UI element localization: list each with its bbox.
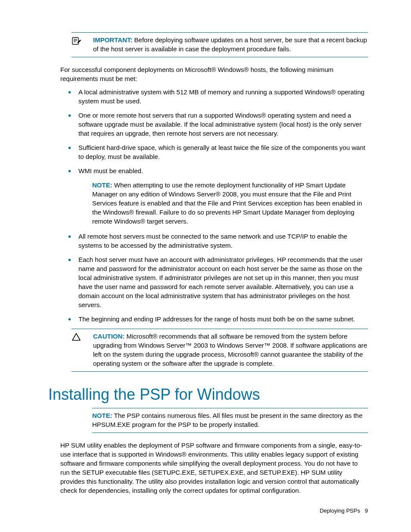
footer-page: 9 (365, 507, 368, 514)
footer-section: Deploying PSPs (320, 507, 360, 514)
list-item: Sufficient hard-drive space, which is ge… (60, 143, 368, 161)
caution-label: CAUTION: (93, 333, 125, 340)
list-item: All remote host servers must be connecte… (60, 232, 368, 250)
important-text: Before deploying software updates on a h… (93, 36, 367, 53)
list-item: A local administrative system with 512 M… (60, 87, 368, 106)
list-item: Each host server must have an account wi… (60, 255, 368, 309)
important-callout: IMPORTANT: Before deploying software upd… (72, 32, 368, 57)
page-footer: Deploying PSPs 9 (320, 507, 368, 515)
list-item: One or more remote host servers that run… (60, 111, 368, 138)
caution-text: Microsoft® recommends that all software … (93, 333, 367, 367)
requirements-list-a: A local administrative system with 512 M… (60, 87, 368, 175)
note-label: NOTE: (92, 412, 112, 419)
psp-paragraph: HP SUM utility enables the deployment of… (60, 441, 368, 495)
list-item: The beginning and ending IP addresses fo… (60, 314, 368, 324)
note-psp-body: NOTE: The PSP contains numerous files. A… (92, 411, 368, 429)
section-heading: Installing the PSP for Windows (48, 384, 368, 405)
note-label: NOTE: (92, 181, 112, 189)
note-psp-callout: NOTE: The PSP contains numerous files. A… (92, 408, 368, 433)
intro-paragraph: For successful component deployments on … (60, 65, 368, 83)
note-text: When attempting to use the remote deploy… (92, 181, 362, 225)
svg-rect-0 (72, 37, 78, 44)
note-wmi: NOTE: When attempting to use the remote … (92, 180, 368, 226)
important-body: IMPORTANT: Before deploying software upd… (93, 35, 368, 53)
important-icon (72, 35, 86, 53)
list-item: WMI must be enabled. (60, 166, 368, 175)
note-text: The PSP contains numerous files. All fil… (92, 412, 362, 428)
important-label: IMPORTANT: (93, 36, 132, 44)
caution-body: CAUTION: Microsoft® recommends that all … (93, 332, 368, 368)
document-page: IMPORTANT: Before deploying software upd… (0, 0, 411, 532)
caution-icon (72, 332, 86, 368)
caution-callout: CAUTION: Microsoft® recommends that all … (72, 329, 368, 372)
requirements-list-b: All remote host servers must be connecte… (60, 232, 368, 324)
